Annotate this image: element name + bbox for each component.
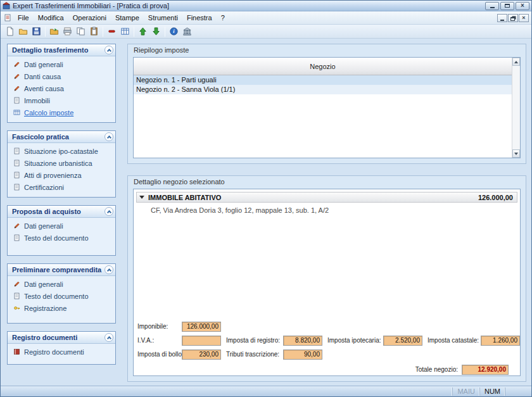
minimize-icon [490,7,495,8]
negozio-table: Negozio Negozio n. 1 - Parti uguali Nego… [133,57,521,158]
menu-modifica[interactable]: Modifica [34,12,68,23]
sidebar-item-registro-documenti[interactable]: Registro documenti [8,346,115,358]
toolbar: i [1,25,531,39]
mdi-restore-icon [510,17,515,21]
sidebar-panel-fascicolo-pratica: Fascicolo pratica Situazione ipo-catasta… [7,130,116,198]
imposta-ipotecaria-field[interactable]: 2.520,00 [383,336,422,346]
paste-icon[interactable] [87,25,101,38]
toolbar-separator [45,27,46,37]
sidebar-item-registrazione[interactable]: Registrazione [8,302,115,314]
mdi-minimize-button[interactable] [497,14,507,22]
close-button[interactable]: × [516,2,529,10]
panel-header-proposta-di-acquisto[interactable]: Proposta di acquisto [8,206,115,218]
sidebar-panel-preliminare-compravendita: Preliminare compravendita Dati generali … [7,263,116,324]
document-icon [13,160,20,167]
folder-icon[interactable] [48,25,61,38]
panel-header-preliminare-compravendita[interactable]: Preliminare compravendita [8,264,115,276]
summary-group-title: Riepilogo imposte [134,46,189,54]
sidebar-item-preliminare-testo-documento[interactable]: Testo del documento [8,290,115,302]
scroll-down-button[interactable] [512,149,520,158]
mdi-restore-button[interactable] [508,14,518,22]
sidebar-item-preliminare-dati-generali[interactable]: Dati generali [8,278,115,290]
toolbar-separator [134,27,134,37]
open-icon[interactable] [16,25,30,38]
bank-icon[interactable] [180,25,194,38]
sidebar-item-proposta-testo-documento[interactable]: Testo del documento [8,232,115,244]
sidebar-item-aventi-causa[interactable]: Aventi causa [8,82,115,94]
panel-collapse-button[interactable] [104,265,113,274]
menu-bar: File Modifica Operazioni Stampe Strument… [1,11,531,25]
delete-icon[interactable] [105,25,118,38]
panel-collapse-button[interactable] [104,207,113,216]
status-bar: MAIU NUM [1,386,531,396]
menu-stampe[interactable]: Stampe [111,12,144,23]
menu-strumenti[interactable]: Strumenti [144,12,182,23]
minimize-button[interactable] [485,2,499,10]
print-icon[interactable] [61,25,74,38]
tributi-trascrizione-field[interactable]: 90,00 [283,350,322,360]
panel-collapse-button[interactable] [104,333,113,342]
copy-icon[interactable] [74,25,87,38]
document-icon [13,184,20,191]
sidebar-item-immobili[interactable]: Immobili [8,94,115,106]
chevron-up-icon [106,49,111,53]
table-row[interactable]: Negozio n. 2 - Sanna Viola (1/1) [134,85,512,94]
scroll-up-button[interactable] [512,58,520,66]
sidebar-item-atti-di-provenienza[interactable]: Atti di provenienza [8,169,115,181]
totale-negozio-field[interactable]: 12.920,00 [462,365,509,375]
mdi-close-button[interactable]: × [519,14,529,22]
imposta-bollo-field[interactable]: 230,00 [182,350,221,360]
chevron-up-icon [106,135,111,140]
sidebar-item-danti-causa[interactable]: Danti causa [8,70,115,82]
menu-finestra[interactable]: Finestra [182,12,217,23]
book-icon [13,348,20,355]
move-up-icon[interactable] [136,25,149,38]
panel-collapse-button[interactable] [104,46,113,54]
table-icon[interactable] [118,25,132,38]
chevron-up-icon [106,336,111,341]
menu-help[interactable]: ? [217,12,229,23]
iva-field[interactable] [182,336,221,346]
sidebar-item-certificazioni[interactable]: Certificazioni [8,181,115,193]
panel-title: Fascicolo pratica [12,133,104,141]
sidebar-item-situazione-ipo-catastale[interactable]: Situazione ipo-catastale [8,145,115,157]
pen-icon [13,73,20,80]
sidebar-item-calcolo-imposte[interactable]: Calcolo imposte [8,106,115,118]
panel-header-dettaglio-trasferimento[interactable]: Dettaglio trasferimento [8,44,115,56]
sidebar-item-proposta-dati-generali[interactable]: Dati generali [8,220,115,232]
negozio-column-header[interactable]: Negozio [134,58,512,75]
sidebar-item-situazione-urbanistica[interactable]: Situazione urbanistica [8,157,115,169]
save-icon[interactable] [30,25,43,38]
detail-group-title: Dettaglio negozio selezionato [134,178,225,186]
panel-collapse-button[interactable] [104,132,113,141]
tax-fields: Imponibile: 126.000,00 I.V.A.: Imposta d… [134,189,520,375]
new-document-icon[interactable] [3,25,16,38]
panel-header-fascicolo-pratica[interactable]: Fascicolo pratica [8,131,115,143]
mdi-child-icon[interactable] [4,14,11,22]
close-icon: × [521,3,524,9]
detail-group: Dettaglio negozio selezionato IMMOBILE A… [127,175,526,382]
app-window: Expert Trasferimenti Immobiliari - [Prat… [0,0,532,397]
table-row[interactable]: Negozio n. 1 - Parti uguali [134,75,512,85]
key-icon [13,305,20,312]
document-icon [13,293,20,299]
maximize-button[interactable] [500,2,514,10]
imponibile-field[interactable]: 126.000,00 [182,322,221,332]
app-icon[interactable] [3,2,10,9]
sidebar-item-dati-generali[interactable]: Dati generali [8,58,115,70]
info-icon[interactable]: i [167,25,180,38]
menu-operazioni[interactable]: Operazioni [68,12,111,23]
imponibile-label: Imponibile: [137,322,168,332]
maximize-icon [505,4,510,8]
move-down-icon[interactable] [149,25,163,38]
document-icon [13,172,20,179]
imposta-catastale-field[interactable]: 1.260,00 [481,336,520,346]
sidebar-panel-dettaglio-trasferimento: Dettaglio trasferimento Dati generali Da… [7,44,116,123]
menu-file[interactable]: File [13,12,34,23]
mdi-minimize-icon [500,20,504,21]
imposta-registro-field[interactable]: 8.820,00 [283,336,322,346]
table-scrollbar[interactable] [512,58,520,158]
imposta-ipotecaria-label: Imposta ipotecaria: [327,336,381,346]
panel-header-registro-documenti[interactable]: Registro documenti [8,332,115,344]
document-icon [13,97,20,104]
